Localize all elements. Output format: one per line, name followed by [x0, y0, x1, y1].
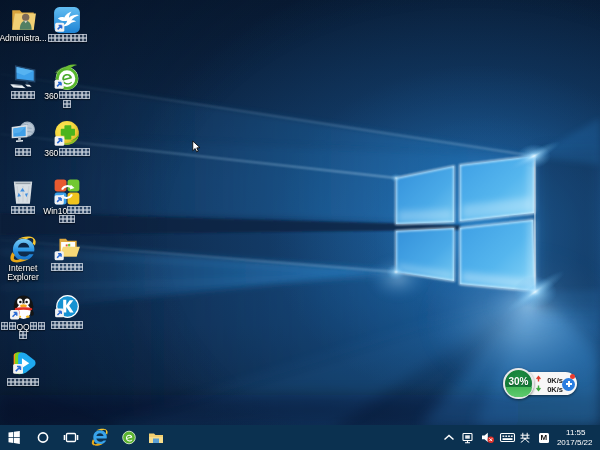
svg-text:0K/s: 0K/s — [547, 376, 563, 385]
svg-text:0K/s: 0K/s — [547, 385, 563, 394]
